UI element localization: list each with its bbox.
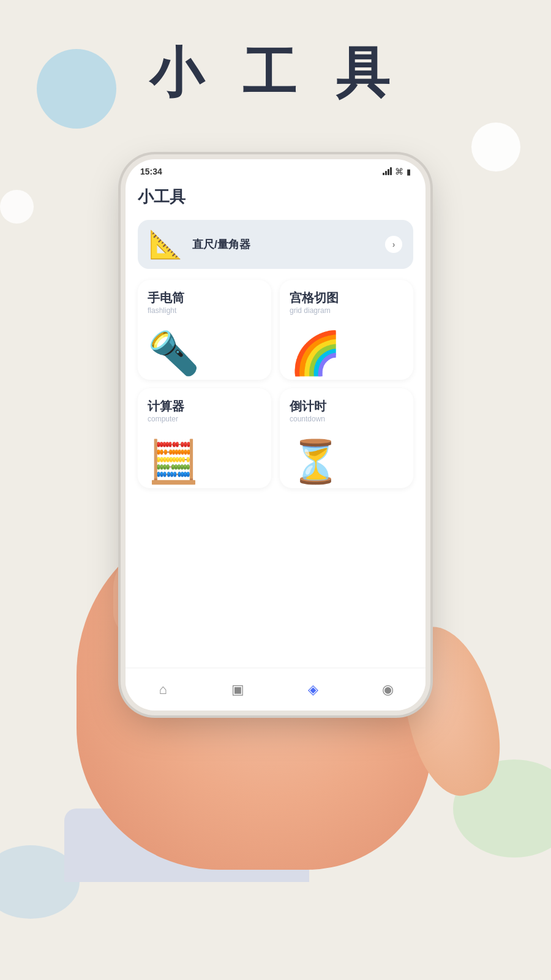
nav-home[interactable]: ⌂ bbox=[148, 674, 178, 705]
tool-name-en-calc: computer bbox=[148, 415, 261, 423]
tool-card-countdown[interactable]: 倒计时 countdown ⏳ bbox=[280, 388, 413, 488]
featured-banner[interactable]: 📐 直尺/量角器 › bbox=[138, 220, 413, 269]
status-time: 15:34 bbox=[140, 167, 162, 176]
tool-card-grid-diagram[interactable]: 宫格切图 grid diagram 🌈 bbox=[280, 280, 413, 380]
nav-list[interactable]: ▣ bbox=[223, 674, 253, 705]
tool-name-zh-calc: 计算器 bbox=[148, 398, 261, 415]
tool-name-en-flashlight: flashlight bbox=[148, 306, 261, 315]
featured-arrow: › bbox=[385, 236, 402, 253]
phone-content: 小工具 📐 直尺/量角器 › 手电筒 flashlight 🔦 bbox=[126, 179, 425, 500]
nav-tools[interactable]: ◈ bbox=[298, 674, 328, 705]
tool-card-flashlight[interactable]: 手电筒 flashlight 🔦 bbox=[138, 280, 271, 380]
tool-icon-area-grid: 🌈 bbox=[290, 318, 403, 374]
tools-icon: ◈ bbox=[308, 682, 318, 698]
countdown-icon: ⏳ bbox=[290, 440, 342, 482]
flashlight-icon: 🔦 bbox=[148, 332, 200, 374]
more-icon: ◉ bbox=[382, 682, 394, 698]
phone-frame: 15:34 ⌘ ▮ 小工具 📐 直尺/量角器 › bbox=[126, 159, 425, 710]
home-icon: ⌂ bbox=[159, 682, 167, 698]
tool-card-calculator[interactable]: 计算器 computer 🧮 bbox=[138, 388, 271, 488]
tool-icon-area-calc: 🧮 bbox=[148, 427, 261, 482]
status-bar: 15:34 ⌘ ▮ bbox=[126, 159, 425, 179]
featured-text: 直尺/量角器 bbox=[192, 237, 385, 252]
list-icon: ▣ bbox=[231, 682, 244, 698]
tool-name-zh-countdown: 倒计时 bbox=[290, 398, 403, 415]
tool-icon-area-countdown: ⏳ bbox=[290, 427, 403, 482]
featured-icon: 📐 bbox=[149, 228, 182, 260]
battery-icon: ▮ bbox=[407, 167, 411, 176]
app-title: 小工具 bbox=[138, 184, 413, 210]
calculator-icon: 🧮 bbox=[148, 440, 200, 482]
signal-icon bbox=[383, 168, 392, 175]
nav-more[interactable]: ◉ bbox=[373, 674, 403, 705]
blob-white-topright bbox=[471, 123, 520, 172]
tool-icon-area-flashlight: 🔦 bbox=[148, 318, 261, 374]
tool-name-zh-flashlight: 手电筒 bbox=[148, 290, 261, 306]
blob-white-midleft bbox=[0, 190, 34, 224]
status-icons: ⌘ ▮ bbox=[383, 167, 411, 176]
bottom-nav: ⌂ ▣ ◈ ◉ bbox=[126, 668, 425, 710]
tools-grid: 手电筒 flashlight 🔦 宫格切图 grid diagram 🌈 bbox=[138, 280, 413, 488]
tool-name-en-countdown: countdown bbox=[290, 415, 403, 423]
grid-diagram-icon: 🌈 bbox=[290, 332, 342, 374]
phone-mockup: 15:34 ⌘ ▮ 小工具 📐 直尺/量角器 › bbox=[126, 159, 425, 760]
tool-name-zh-grid: 宫格切图 bbox=[290, 290, 403, 306]
wifi-icon: ⌘ bbox=[395, 167, 403, 176]
tool-name-en-grid: grid diagram bbox=[290, 306, 403, 315]
page-title: 小 工 具 bbox=[0, 37, 551, 110]
